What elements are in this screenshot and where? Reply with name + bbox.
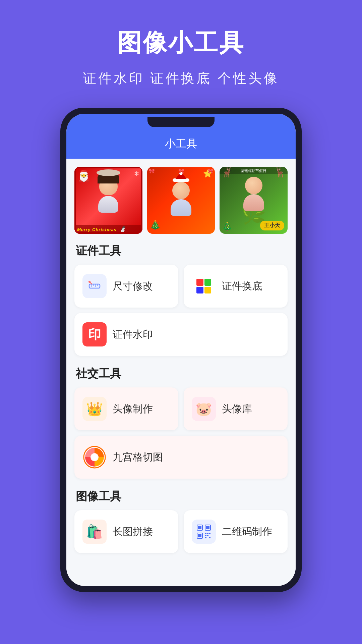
svg-point-8 — [91, 454, 98, 461]
avatar-mask-icon: 🐷 — [195, 401, 212, 417]
svg-rect-12 — [206, 526, 209, 529]
long-img-icon: 🛍️ — [86, 524, 103, 540]
svg-rect-10 — [198, 526, 201, 529]
christmas-text: Merry Christmas ⛄ — [74, 225, 142, 234]
girl-body — [98, 196, 118, 213]
avatar-mask-icon-box: 🐷 — [192, 397, 216, 421]
tool-watermark[interactable]: 印 证件水印 — [74, 313, 288, 356]
cert-tools-grid: 尺寸修改 证件换底 — [74, 265, 288, 356]
girl-face-2 — [172, 182, 190, 199]
cert-tools-title: 证件工具 — [74, 243, 288, 259]
phone-inner: 小工具 🎅 — [66, 114, 296, 586]
banner-2-content: 🎄 ⭐ 🎀 🎀 🎀 — [147, 167, 215, 234]
nine-grid-label: 九宫格切图 — [113, 450, 163, 464]
snowman-icon: ⛄ — [119, 226, 126, 232]
avatar-lib-label: 头像库 — [222, 402, 252, 416]
color-grid — [196, 279, 211, 293]
girl-body-3 — [243, 194, 264, 211]
color-cell-green — [204, 279, 212, 286]
phone-notch — [147, 117, 215, 127]
tree-icon-left: 🎄 — [150, 220, 161, 230]
image-tools-grid: 🛍️ 长图拼接 — [74, 510, 288, 553]
svg-rect-0 — [89, 284, 100, 288]
color-cell-yellow — [204, 287, 212, 294]
cert-tools-section: 证件工具 — [74, 243, 288, 356]
app-title: 图像小工具 — [20, 27, 342, 59]
phone-mockup: 小工具 🎅 — [60, 108, 302, 592]
social-tools-section: 社交工具 👑 头像制作 🐷 头像库 — [74, 366, 288, 479]
party-flags: 🎀 🎀 🎀 — [147, 168, 215, 175]
avatar-crown-icon: 👑 — [86, 401, 103, 417]
svg-rect-20 — [209, 537, 210, 538]
info-label: 圣诞框贴节假日 — [241, 169, 266, 173]
long-image-label: 长图拼接 — [113, 525, 153, 539]
tool-avatar-lib[interactable]: 🐷 头像库 — [184, 387, 288, 430]
banner-item-3[interactable]: 🦌 🦌 🌿 王小天 🎄 — [220, 167, 288, 234]
image-tools-section: 图像工具 🛍️ 长图拼接 — [74, 489, 288, 570]
color-cell-red — [196, 279, 203, 286]
camera-iris-svg — [82, 445, 107, 469]
girl-face — [99, 177, 118, 195]
info-text-top: 圣诞框贴节假日 — [220, 167, 288, 174]
camera-iris-icon-box — [82, 445, 107, 469]
qr-icon-box — [192, 520, 216, 544]
image-tools-title: 图像工具 — [74, 489, 288, 504]
size-edit-label: 尺寸修改 — [113, 279, 153, 293]
tool-qr-code[interactable]: 二维码制作 — [184, 510, 288, 553]
girl-body-2 — [171, 199, 191, 216]
watermark-label: 证件水印 — [113, 328, 153, 341]
avatar-make-label: 头像制作 — [113, 402, 153, 416]
banner-row: 🎅 ❄ — [74, 167, 288, 234]
svg-rect-15 — [205, 533, 206, 534]
long-img-icon-box: 🛍️ — [82, 520, 107, 544]
svg-rect-18 — [205, 535, 206, 536]
app-subtitle: 证件水印 证件换底 个性头像 — [20, 69, 342, 88]
girl-figure-2 — [171, 172, 191, 216]
avatar-crown-icon-box: 👑 — [82, 397, 107, 421]
color-cell-blue — [196, 287, 203, 294]
svg-rect-14 — [198, 534, 201, 537]
phone-header-title: 小工具 — [165, 138, 197, 150]
tool-nine-grid[interactable]: 九宫格切图 — [74, 436, 288, 479]
ruler-icon-box — [82, 274, 107, 298]
social-tools-grid: 👑 头像制作 🐷 头像库 — [74, 387, 288, 479]
girl-face-3 — [245, 177, 262, 194]
svg-rect-16 — [207, 533, 208, 534]
phone-top — [66, 114, 296, 127]
girl-figure — [98, 173, 118, 213]
svg-rect-19 — [207, 535, 208, 536]
merry-christmas-label: Merry Christmas — [77, 227, 117, 232]
phone-content: 🎅 ❄ — [66, 159, 296, 586]
svg-rect-21 — [205, 537, 206, 538]
tool-bg-change[interactable]: 证件换底 — [184, 265, 288, 308]
bg-change-label: 证件换底 — [222, 279, 262, 293]
header-section: 图像小工具 证件水印 证件换底 个性头像 — [0, 0, 362, 108]
svg-rect-17 — [209, 533, 210, 534]
svg-point-6 — [88, 281, 90, 283]
snowflake-icon: ❄ — [134, 170, 139, 177]
beret — [97, 169, 120, 176]
social-tools-title: 社交工具 — [74, 366, 288, 381]
name-tag: 王小天 — [260, 221, 284, 230]
tool-avatar-make[interactable]: 👑 头像制作 — [74, 387, 178, 430]
tree-icon-corner: 🎄 — [222, 222, 232, 231]
tool-size-edit[interactable]: 尺寸修改 — [74, 265, 178, 308]
stamp-icon: 印 — [88, 326, 101, 343]
banner-3-content: 🦌 🦌 🌿 王小天 🎄 — [220, 167, 288, 234]
qr-code-label: 二维码制作 — [222, 525, 272, 539]
tool-long-image[interactable]: 🛍️ 长图拼接 — [74, 510, 178, 553]
girl-figure-3 — [243, 177, 264, 211]
santa-face-icon: 🎅 — [77, 169, 90, 182]
ruler-svg — [88, 279, 101, 293]
stamp-icon-box: 印 — [82, 322, 107, 346]
qr-svg — [196, 524, 211, 539]
banner-item-1[interactable]: 🎅 ❄ — [74, 167, 142, 234]
color-grid-icon-box — [192, 274, 216, 298]
banner-item-2[interactable]: 🎄 ⭐ 🎀 🎀 🎀 — [147, 167, 215, 234]
banner-1-content: 🎅 ❄ — [74, 167, 142, 234]
phone-header: 小工具 — [66, 127, 296, 159]
